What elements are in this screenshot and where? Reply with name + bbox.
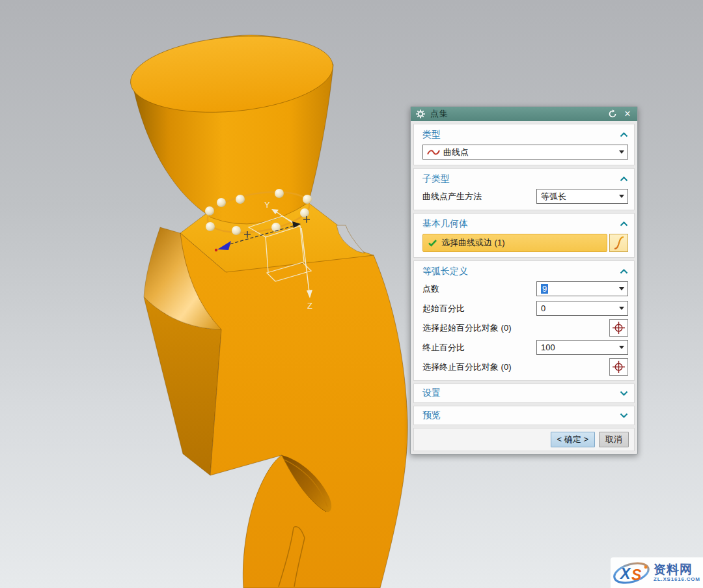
section-arc-length-title: 等弧长定义	[422, 266, 468, 277]
watermark-domain: ZL.XS1616.COM	[654, 577, 700, 582]
dropdown-caret-icon	[619, 195, 624, 198]
reset-icon[interactable]	[607, 109, 618, 119]
point-set-dialog: 点集 × 类型	[410, 106, 638, 455]
chevron-up-icon[interactable]	[620, 132, 628, 137]
end-percent-value: 100	[541, 343, 616, 352]
point-count-label: 点数	[422, 283, 439, 295]
xs-logo-icon: X S	[612, 559, 652, 587]
section-settings-title: 设置	[422, 387, 441, 399]
section-arc-length-header[interactable]: 等弧长定义	[422, 266, 628, 277]
chevron-up-icon[interactable]	[620, 269, 628, 274]
gear-icon[interactable]	[415, 109, 426, 119]
y-axis-label: Y	[264, 200, 270, 210]
section-preview-header[interactable]: 预览	[422, 410, 628, 421]
section-subtype: 子类型 曲线点产生方法 等弧长	[413, 168, 635, 210]
curve-icon	[613, 236, 626, 250]
point-count-value: 9	[541, 284, 548, 294]
cancel-button[interactable]: 取消	[599, 432, 629, 447]
end-percent-label: 终止百分比	[422, 342, 465, 354]
start-percent-label: 起始百分比	[422, 303, 465, 315]
vector-origin-dot	[215, 249, 217, 251]
select-curve-or-edge-label: 选择曲线或边 (1)	[441, 237, 505, 249]
chevron-up-icon[interactable]	[620, 176, 628, 182]
section-preview-title: 预览	[422, 410, 441, 421]
z-axis-label: Z	[307, 301, 312, 311]
select-curve-or-edge-field[interactable]: 选择曲线或边 (1)	[422, 234, 607, 252]
watermark-badge: X S 资料网 ZL.XS1616.COM	[611, 557, 703, 588]
section-type: 类型 曲线点	[413, 124, 635, 165]
type-combo-value: 曲线点	[443, 147, 616, 158]
dialog-footer: < 确定 > 取消	[413, 428, 635, 451]
start-percent-value: 0	[541, 303, 616, 313]
section-type-title: 类型	[422, 129, 441, 141]
ok-button[interactable]: < 确定 >	[551, 432, 595, 447]
dropdown-caret-icon	[619, 346, 624, 349]
chevron-down-icon[interactable]	[620, 391, 628, 396]
start-percent-combo[interactable]: 0	[536, 301, 628, 316]
dropdown-caret-icon	[619, 287, 624, 290]
section-settings-header[interactable]: 设置	[422, 387, 628, 399]
section-subtype-title: 子类型	[422, 173, 450, 185]
select-start-percent-object-button[interactable]	[609, 319, 628, 337]
curve-point-method-combo[interactable]: 等弧长	[536, 189, 628, 204]
watermark-name: 资料网	[654, 563, 700, 576]
dropdown-caret-icon	[619, 307, 624, 310]
dialog-titlebar[interactable]: 点集 ×	[411, 107, 637, 121]
section-base-geometry-header[interactable]: 基本几何体	[422, 218, 628, 230]
section-preview: 预览	[413, 406, 635, 425]
curve-point-method-value: 等弧长	[541, 191, 616, 203]
end-percent-combo[interactable]: 100	[536, 340, 628, 355]
dropdown-caret-icon	[619, 150, 624, 154]
select-start-percent-object-label: 选择起始百分比对象 (0)	[422, 322, 512, 334]
check-icon	[428, 240, 437, 247]
application-viewport: Y Z	[0, 0, 703, 588]
curve-rule-button[interactable]	[609, 234, 628, 252]
section-base-geometry-title: 基本几何体	[422, 218, 468, 230]
chevron-up-icon[interactable]	[620, 221, 628, 227]
type-combo[interactable]: 曲线点	[422, 145, 628, 160]
section-type-header[interactable]: 类型	[422, 129, 628, 141]
point-picker-icon	[612, 360, 626, 374]
select-end-percent-object-label: 选择终止百分比对象 (0)	[422, 361, 512, 373]
close-icon[interactable]: ×	[622, 109, 633, 119]
point-picker-icon	[612, 321, 626, 335]
curve-point-method-label: 曲线点产生方法	[422, 191, 482, 203]
curve-point-icon	[427, 148, 440, 156]
dialog-title: 点集	[430, 108, 448, 120]
dialog-body: 类型 曲线点 子类型	[411, 121, 637, 451]
section-settings: 设置	[413, 384, 635, 403]
section-arc-length: 等弧长定义 点数 9 起始百分比 0	[413, 260, 635, 381]
section-base-geometry: 基本几何体 选择曲线或边 (1)	[413, 213, 635, 258]
svg-text:S: S	[631, 567, 642, 583]
chevron-down-icon[interactable]	[620, 413, 628, 418]
select-end-percent-object-button[interactable]	[609, 358, 628, 376]
svg-text:X: X	[619, 565, 631, 582]
section-subtype-header[interactable]: 子类型	[422, 173, 628, 185]
point-count-combo[interactable]: 9	[536, 281, 628, 296]
